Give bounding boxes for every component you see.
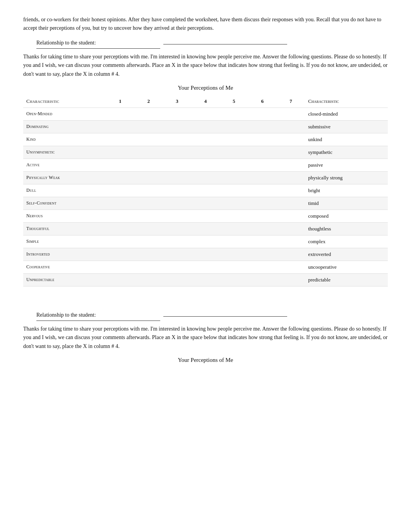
col-2-cell[interactable] <box>134 248 163 261</box>
col-5-cell[interactable] <box>220 184 248 197</box>
col-4-cell[interactable] <box>191 197 219 210</box>
col-6-cell[interactable] <box>248 184 276 197</box>
col-6-cell[interactable] <box>248 120 276 133</box>
col-7-cell[interactable] <box>277 171 305 184</box>
col-6-cell[interactable] <box>248 159 276 171</box>
col-1-cell[interactable] <box>106 261 134 273</box>
col-2-cell[interactable] <box>134 133 163 146</box>
col-4-cell[interactable] <box>191 261 219 273</box>
col-2-cell[interactable] <box>134 146 163 159</box>
col-1-cell[interactable] <box>106 210 134 222</box>
col-5-cell[interactable] <box>220 235 248 248</box>
col-5-cell[interactable] <box>220 133 248 146</box>
col-4-cell[interactable] <box>191 210 219 222</box>
col-5-cell[interactable] <box>220 197 248 210</box>
relationship-underline-2[interactable] <box>163 316 287 317</box>
col-1-cell[interactable] <box>106 159 134 171</box>
col-5-cell[interactable] <box>220 146 248 159</box>
col-5-cell[interactable] <box>220 261 248 273</box>
col-7-cell[interactable] <box>277 107 305 120</box>
col-6-cell[interactable] <box>248 107 276 120</box>
col-7-cell[interactable] <box>277 184 305 197</box>
col-6-cell[interactable] <box>248 261 276 273</box>
col-5-cell[interactable] <box>220 107 248 120</box>
col-4-cell[interactable] <box>191 146 219 159</box>
col-3-cell[interactable] <box>163 159 191 171</box>
col-3-cell[interactable] <box>163 184 191 197</box>
col-3-cell[interactable] <box>163 107 191 120</box>
col-7-cell[interactable] <box>277 210 305 222</box>
col-3-cell[interactable] <box>163 210 191 222</box>
col-1-cell[interactable] <box>106 222 134 235</box>
col-3-cell[interactable] <box>163 197 191 210</box>
col-4-cell[interactable] <box>191 171 219 184</box>
col-4-cell[interactable] <box>191 159 219 171</box>
col-6-cell[interactable] <box>248 171 276 184</box>
col-1-cell[interactable] <box>106 146 134 159</box>
col-7-cell[interactable] <box>277 273 305 286</box>
col-2-cell[interactable] <box>134 273 163 286</box>
col-6-cell[interactable] <box>248 197 276 210</box>
col-3-cell[interactable] <box>163 120 191 133</box>
col-5-cell[interactable] <box>220 171 248 184</box>
col-7-cell[interactable] <box>277 120 305 133</box>
col-5-cell[interactable] <box>220 210 248 222</box>
col-6-cell[interactable] <box>248 210 276 222</box>
col-7-cell[interactable] <box>277 146 305 159</box>
col-2-cell[interactable] <box>134 222 163 235</box>
col-3-cell[interactable] <box>163 261 191 273</box>
col-2-cell[interactable] <box>134 210 163 222</box>
col-7-cell[interactable] <box>277 159 305 171</box>
col-1-cell[interactable] <box>106 120 134 133</box>
col-4-cell[interactable] <box>191 222 219 235</box>
col-5-cell[interactable] <box>220 159 248 171</box>
col-2-cell[interactable] <box>134 261 163 273</box>
col-1-cell[interactable] <box>106 107 134 120</box>
col-2-cell[interactable] <box>134 159 163 171</box>
col-4-cell[interactable] <box>191 120 219 133</box>
col-7-cell[interactable] <box>277 133 305 146</box>
col-7-cell[interactable] <box>277 222 305 235</box>
col-2-cell[interactable] <box>134 197 163 210</box>
col-3-cell[interactable] <box>163 171 191 184</box>
col-7-cell[interactable] <box>277 235 305 248</box>
col-1-cell[interactable] <box>106 133 134 146</box>
col-6-cell[interactable] <box>248 248 276 261</box>
col-2-cell[interactable] <box>134 120 163 133</box>
col-6-cell[interactable] <box>248 235 276 248</box>
col-3-cell[interactable] <box>163 248 191 261</box>
col-7-cell[interactable] <box>277 248 305 261</box>
col-1-cell[interactable] <box>106 273 134 286</box>
col-4-cell[interactable] <box>191 133 219 146</box>
col-6-cell[interactable] <box>248 222 276 235</box>
col-3-cell[interactable] <box>163 133 191 146</box>
col-2-cell[interactable] <box>134 235 163 248</box>
col-4-cell[interactable] <box>191 235 219 248</box>
col-5-cell[interactable] <box>220 273 248 286</box>
col-1-cell[interactable] <box>106 197 134 210</box>
col-7-cell[interactable] <box>277 197 305 210</box>
col-5-cell[interactable] <box>220 120 248 133</box>
col-1-cell[interactable] <box>106 235 134 248</box>
col-6-cell[interactable] <box>248 146 276 159</box>
col-5-cell[interactable] <box>220 248 248 261</box>
col-1-cell[interactable] <box>106 171 134 184</box>
col-1-cell[interactable] <box>106 248 134 261</box>
col-7-cell[interactable] <box>277 261 305 273</box>
col-4-cell[interactable] <box>191 248 219 261</box>
col-3-cell[interactable] <box>163 273 191 286</box>
col-5-cell[interactable] <box>220 222 248 235</box>
col-2-cell[interactable] <box>134 171 163 184</box>
col-3-cell[interactable] <box>163 146 191 159</box>
col-3-cell[interactable] <box>163 222 191 235</box>
col-3-cell[interactable] <box>163 235 191 248</box>
col-4-cell[interactable] <box>191 107 219 120</box>
col-2-cell[interactable] <box>134 107 163 120</box>
col-4-cell[interactable] <box>191 273 219 286</box>
col-2-cell[interactable] <box>134 184 163 197</box>
col-4-cell[interactable] <box>191 184 219 197</box>
col-6-cell[interactable] <box>248 133 276 146</box>
relationship-underline-1[interactable] <box>163 44 287 44</box>
col-6-cell[interactable] <box>248 273 276 286</box>
col-1-cell[interactable] <box>106 184 134 197</box>
